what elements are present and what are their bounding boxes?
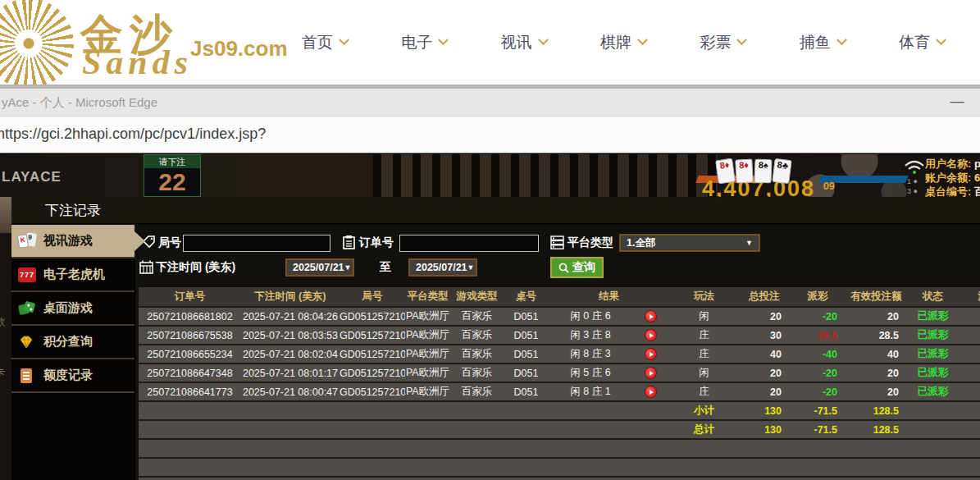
panel-body: 9 K 视讯游戏 777 电子老虎机 桌面游戏 <box>11 225 980 480</box>
nav-item-home[interactable]: 首页 <box>302 32 348 53</box>
col-status: 状态 <box>907 287 959 307</box>
cell-total-bet: 20 <box>739 382 790 401</box>
col-payout: 派彩 <box>790 287 846 307</box>
platform-type-label: 平台类型 <box>567 235 613 250</box>
subtotal-total-bet: 130 <box>739 401 790 420</box>
cell-order-id: 250721086647348 <box>139 363 241 382</box>
cell-valid-bet: 20 <box>846 307 907 326</box>
replay-button[interactable] <box>645 329 657 341</box>
nav-item-lottery[interactable]: 彩票 <box>700 32 745 53</box>
col-bet-time: 下注时间 (美东) <box>241 287 340 307</box>
platform-type-value: 1.全部 <box>627 236 655 250</box>
cell-empty <box>139 401 669 420</box>
minimize-button[interactable]: — <box>947 94 967 110</box>
sidebar-item-credit-records[interactable]: 额度记录 <box>11 359 134 393</box>
avatar <box>0 197 11 233</box>
cell-order-id: 250721086641773 <box>139 382 241 401</box>
nav-item-live[interactable]: 视讯 <box>501 32 547 53</box>
cell-round-id: GD051257210PZ <box>340 326 405 345</box>
sidebar-item-table-games[interactable]: 桌面游戏 <box>11 292 134 326</box>
window-title-bar: yAce - 个人 - Microsoft Edge — <box>0 89 980 117</box>
site-header: 金沙 Js09.com Sands 首页 电子 视讯 棋牌 彩票 捕鱼 体育 <box>0 0 980 85</box>
empty-row <box>139 458 980 477</box>
round-id-input[interactable] <box>183 235 330 252</box>
seat-indicator: 1 ● <box>907 176 918 186</box>
platform-type-select[interactable]: 1.全部 ▼ <box>619 234 760 252</box>
sidebar-item-live-games[interactable]: 9 K 视讯游戏 <box>11 225 134 258</box>
cell-status: 已派彩 <box>907 307 959 326</box>
slot-777-icon: 777 <box>18 267 36 283</box>
cell-total-bet: 20 <box>739 307 790 326</box>
cell-platform: PA欧洲厅 <box>405 363 450 382</box>
chevron-down-icon <box>637 34 648 45</box>
dropdown-arrow-icon: ▼ <box>467 263 475 272</box>
left-edge-strip: 款 卡 <box>0 197 11 480</box>
chevron-down-icon <box>438 34 449 45</box>
cell-play-type: 庄 <box>669 382 739 401</box>
bet-countdown-box: 请下注 22 <box>144 154 201 197</box>
sidebar-item-slots[interactable]: 777 电子老虎机 <box>11 258 134 292</box>
cell-order-id: 250721086675538 <box>139 326 241 345</box>
background-slats <box>373 154 718 197</box>
search-button[interactable]: 查询 <box>550 257 604 278</box>
subtotal-row: 小计 130 -71.5 128.5 <box>139 401 980 420</box>
edge-text-fragment: 卡 <box>0 366 5 380</box>
cell-empty <box>139 458 980 477</box>
cell-play-type: 庄 <box>669 345 739 363</box>
playace-logo: LAYACE <box>2 169 62 185</box>
subtotal-payout: -71.5 <box>790 401 846 420</box>
empty-row <box>139 439 980 458</box>
balance-row: 账户余额: 67 <box>925 171 980 185</box>
cell-result: 闲 8 庄 3 <box>549 345 632 363</box>
col-order-id: 订单号 <box>139 287 241 307</box>
sidebar-item-label: 额度记录 <box>43 368 93 383</box>
bet-prompt: 请下注 <box>144 155 200 168</box>
sidebar-item-label: 桌面游戏 <box>43 300 93 316</box>
cell-game-detail <box>959 382 980 401</box>
cell-result: 闲 8 庄 1 <box>549 382 632 401</box>
sidebar-item-points-query[interactable]: 积分查询 <box>11 326 134 359</box>
replay-button[interactable] <box>645 310 657 322</box>
nav-item-sports[interactable]: 体育 <box>899 32 945 53</box>
calendar-icon <box>139 260 153 274</box>
cell-replay <box>632 363 669 382</box>
cell-status: 已派彩 <box>907 363 959 382</box>
url-text[interactable]: https://gci.2hhapi.com/pc/pcv1/index.jsp… <box>0 126 266 143</box>
window-title: yAce - 个人 - Microsoft Edge <box>2 95 157 111</box>
date-from-select[interactable]: 2025/07/21 ▼ <box>285 258 354 277</box>
seat-indicator: 3 ● <box>907 186 918 196</box>
nav-item-poker[interactable]: 棋牌 <box>600 32 646 53</box>
table-row: 250721086641773 2025-07-21 08:00:47 GD05… <box>139 382 980 401</box>
cell-valid-bet: 20 <box>846 382 907 401</box>
nav-item-slots[interactable]: 电子 <box>401 32 447 53</box>
nav-item-fishing[interactable]: 捕鱼 <box>800 32 846 53</box>
date-to-select[interactable]: 2025/07/21 ▼ <box>408 258 477 277</box>
cell-payout: -20 <box>790 363 846 382</box>
table-row: 250721086647348 2025-07-21 08:01:17 GD05… <box>139 363 980 382</box>
cell-round-id: GD051257210PV <box>340 363 405 382</box>
col-result: 结果 <box>549 287 669 307</box>
col-play-type: 玩法 <box>669 287 739 307</box>
cell-game-type: 百家乐 <box>450 363 504 382</box>
cell-replay <box>632 307 669 326</box>
bet-records-table: 订单号 下注时间 (美东) 局号 平台类型 游戏类型 桌号 结果 玩法 总投注 … <box>139 287 980 480</box>
cell-game-type: 百家乐 <box>450 307 504 326</box>
replay-button[interactable] <box>645 367 657 379</box>
cell-empty <box>907 420 980 439</box>
cell-result: 闲 0 庄 6 <box>549 307 632 326</box>
chevron-down-icon <box>836 34 847 45</box>
edge-text-fragment: 款 <box>0 315 5 329</box>
cell-valid-bet: 40 <box>846 345 907 363</box>
card-8-diamond: 8♦ <box>735 158 753 183</box>
table-header-row: 订单号 下注时间 (美东) 局号 平台类型 游戏类型 桌号 结果 玩法 总投注 … <box>139 287 980 307</box>
replay-button[interactable] <box>645 348 657 360</box>
platform-stack-icon <box>550 235 564 249</box>
balance-value: 67 <box>974 171 980 184</box>
cell-game-type: 百家乐 <box>450 382 504 401</box>
order-id-input[interactable] <box>399 235 539 252</box>
site-logo[interactable]: 金沙 Js09.com Sands <box>0 0 279 85</box>
replay-button[interactable] <box>645 386 657 398</box>
cell-platform: PA欧洲厅 <box>405 382 450 401</box>
cell-bet-time: 2025-07-21 08:02:04 <box>241 345 340 363</box>
user-name-row: 用户名称: pg <box>925 157 980 171</box>
